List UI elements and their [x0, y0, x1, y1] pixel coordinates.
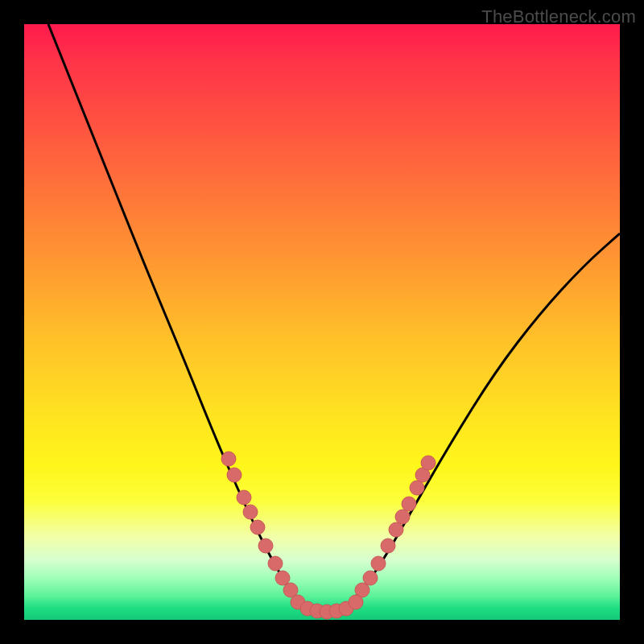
data-dot	[250, 520, 265, 535]
data-dot	[371, 556, 386, 571]
data-dot	[258, 539, 273, 553]
data-dot	[221, 452, 236, 466]
data-dot	[363, 571, 378, 585]
watermark-text: TheBottleneck.com	[481, 6, 636, 27]
data-dot	[381, 539, 395, 553]
data-dot	[349, 595, 363, 609]
data-dot	[227, 468, 242, 482]
bottleneck-curve	[24, 24, 620, 620]
data-dot	[402, 497, 416, 511]
plot-area	[24, 24, 620, 620]
chart-frame: TheBottleneck.com	[0, 0, 644, 644]
data-dot	[268, 556, 283, 571]
data-dot	[410, 481, 424, 495]
data-dot	[243, 505, 258, 519]
data-dot	[389, 522, 403, 537]
data-dot	[395, 510, 410, 524]
data-dot	[421, 456, 436, 470]
curve-path	[48, 24, 620, 611]
data-dot	[237, 490, 251, 505]
